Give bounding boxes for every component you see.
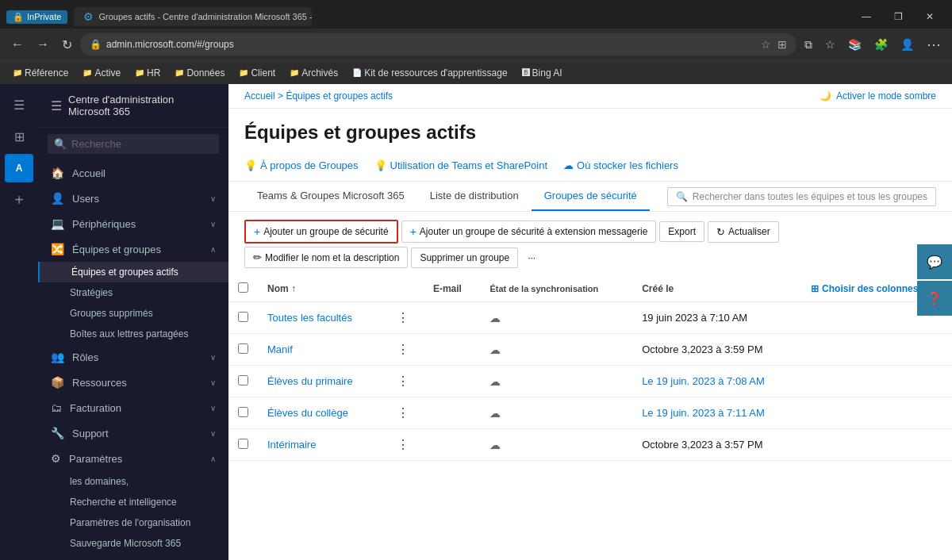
row-2-more-button[interactable]: ⋮ xyxy=(392,340,414,359)
sidebar-subitem-parametres-org[interactable]: Paramètres de l'organisation xyxy=(38,512,228,533)
select-all-checkbox[interactable] xyxy=(238,282,248,293)
col-header-name[interactable]: Nom ↑ xyxy=(258,276,382,302)
row-4-more-button[interactable]: ⋮ xyxy=(392,404,414,422)
tab-security[interactable]: Groupes de sécurité xyxy=(532,182,650,211)
sidebar-subitem-recherche-label: Recherche et intelligence xyxy=(70,497,177,508)
tab-teams-groups[interactable]: Teams & Groupes Microsoft 365 xyxy=(244,182,417,211)
sidebar-subitem-sauvegarde[interactable]: Sauvegarde Microsoft 365 xyxy=(38,533,228,554)
col-header-created[interactable]: Créé le xyxy=(632,276,801,302)
sidebar-item-accueil[interactable]: 🏠 Accueil xyxy=(38,160,228,186)
about-groups-link[interactable]: 💡 À propos de Groupes xyxy=(244,159,359,171)
export-button[interactable]: Export xyxy=(659,221,704,242)
sidebar-subitem-boites[interactable]: Boîtes aux lettres partagées xyxy=(38,324,228,344)
store-files-link[interactable]: ☁ Où stocker les fichiers xyxy=(563,159,678,171)
restore-button[interactable]: ❐ xyxy=(882,6,914,28)
browser-extensions[interactable]: 🧩 xyxy=(869,33,892,56)
nav-search-bar[interactable]: 🔍 Recherche xyxy=(48,134,219,154)
dark-mode-button[interactable]: 🌙 Activer le mode sombre xyxy=(820,90,936,102)
bookmark-active[interactable]: 📁 Active xyxy=(76,66,127,80)
collections-icon[interactable]: ⊞ xyxy=(777,38,787,51)
minimize-button[interactable]: — xyxy=(850,6,882,28)
row-5-checkbox[interactable] xyxy=(238,439,248,449)
sidebar-subitem-recherche[interactable]: Recherche et intelligence xyxy=(38,492,228,512)
bookmark-hr[interactable]: 📁 HR xyxy=(129,66,167,80)
bookmark-bing[interactable]: 🅱 Bing AI xyxy=(516,66,569,80)
float-help-button[interactable]: ❓ xyxy=(917,281,952,316)
refresh-button-toolbar[interactable]: ↻ Actualiser xyxy=(708,221,779,243)
tab-distribution[interactable]: Liste de distribution xyxy=(417,182,532,211)
bookmark-archives[interactable]: 📁 Archivés xyxy=(283,66,344,80)
close-button[interactable]: ✕ xyxy=(914,6,946,28)
bookmark-reference[interactable]: 📁 Référence xyxy=(6,66,75,80)
user-profile-btn[interactable]: 👤 xyxy=(896,33,919,56)
hamburger-icon[interactable]: ☰ xyxy=(51,98,62,113)
bookmark-client-label: Client xyxy=(251,67,275,79)
add-app-icon[interactable]: + xyxy=(5,186,33,214)
sidebar-item-peripheriques[interactable]: 💻 Périphériques ∨ xyxy=(38,211,228,236)
sidebar-subitem-strategies[interactable]: Stratégies xyxy=(38,282,228,303)
sidebar-subitem-groupes-supprimes[interactable]: Groupes supprimés xyxy=(38,303,228,324)
row-checkbox-4 xyxy=(228,397,258,429)
sidebar-item-facturation[interactable]: 🗂 Facturation ∨ xyxy=(38,395,228,420)
row-3-more-button[interactable]: ⋮ xyxy=(392,372,414,390)
sidebar-subitem-equipes-groupes-actifs[interactable]: Équipes et groupes actifs xyxy=(38,262,228,282)
row-5-name[interactable]: Intérimaire xyxy=(258,429,382,461)
favorites-icon[interactable]: ☆ xyxy=(820,33,840,56)
app-title: Centre d'administration Microsoft 365 xyxy=(68,94,216,117)
bulb-icon-2: 💡 xyxy=(374,159,387,171)
sidebar-item-roles[interactable]: 👥 Rôles ∨ xyxy=(38,344,228,370)
sidebar-item-parametres[interactable]: ⚙ Paramètres ∧ xyxy=(38,446,228,471)
nav-search-icon: 🔍 xyxy=(54,138,67,150)
chevron-up-icon: ∧ xyxy=(210,455,216,463)
sidebar-item-support[interactable]: 🔧 Support ∨ xyxy=(38,420,228,446)
teams-sharepoint-link[interactable]: 💡 Utilisation de Teams et SharePoint xyxy=(374,159,547,171)
users-icon: 👤 xyxy=(51,192,64,205)
split-screen-icon[interactable]: ⧉ xyxy=(800,33,817,56)
row-2-checkbox[interactable] xyxy=(238,343,248,354)
apps-icon[interactable]: ⊞ xyxy=(5,122,33,151)
sidebar-item-ressources[interactable]: 📦 Ressources ∨ xyxy=(38,370,228,395)
back-button[interactable]: ← xyxy=(6,34,29,55)
add-mail-enabled-button[interactable]: + Ajouter un groupe de sécurité à extens… xyxy=(401,221,657,243)
row-4-name[interactable]: Élèves du collège xyxy=(258,397,382,429)
forward-button[interactable]: → xyxy=(32,34,54,55)
float-chat-button[interactable]: 💬 xyxy=(917,244,952,279)
breadcrumb-home[interactable]: Accueil xyxy=(244,90,275,102)
sidebar-subitem-domaines[interactable]: les domaines, xyxy=(38,471,228,492)
active-tab[interactable]: ⚙ Groupes actifs - Centre d'administrati… xyxy=(74,7,312,26)
expand-nav-icon[interactable]: ☰ xyxy=(5,90,33,119)
breadcrumb[interactable]: Accueil > Équipes et groupes actifs xyxy=(244,90,393,102)
more-actions-label: ··· xyxy=(528,252,536,263)
row-2-name[interactable]: Manif xyxy=(258,334,382,366)
bookmark-client[interactable]: 📁 Client xyxy=(232,66,282,80)
nav-search-container: 🔍 Recherche xyxy=(38,128,228,160)
row-3-name[interactable]: Élèves du primaire xyxy=(258,366,382,397)
row-5-more-button[interactable]: ⋮ xyxy=(392,435,414,454)
refresh-button[interactable]: ↻ xyxy=(57,34,77,56)
collections-btn[interactable]: 📚 xyxy=(843,33,866,56)
sidebar-item-peripheriques-label: Périphériques xyxy=(72,218,202,230)
add-security-group-button[interactable]: + Ajouter un groupe de sécurité xyxy=(244,220,398,244)
toolbar: + Ajouter un groupe de sécurité + Ajoute… xyxy=(228,212,952,276)
table-row: Élèves du primaire ⋮ ☁ Le 19 juin. 2023 … xyxy=(228,366,952,397)
row-1-checkbox[interactable] xyxy=(238,312,248,322)
bookmark-donnees[interactable]: 📁 Données xyxy=(168,66,231,80)
star-icon[interactable]: ☆ xyxy=(761,38,771,51)
sidebar-item-users[interactable]: 👤 Users ∨ xyxy=(38,186,228,211)
admin-app-icon[interactable]: A xyxy=(5,154,33,182)
edit-name-button[interactable]: ✏ Modifier le nom et la description xyxy=(244,247,408,268)
chevron-down-icon: ∨ xyxy=(210,220,216,228)
sidebar-item-equipes[interactable]: 🔀 Équipes et groupes ∧ xyxy=(38,236,228,262)
bookmark-reference-label: Référence xyxy=(25,67,68,79)
more-actions-button[interactable]: ··· xyxy=(521,248,542,267)
bookmark-kit[interactable]: 📄 Kit de ressources d'apprentissage xyxy=(346,66,513,80)
row-1-name[interactable]: Toutes les facultés xyxy=(258,302,382,334)
tab-search-bar[interactable]: 🔍 Rechercher dans toutes les équipes et … xyxy=(667,187,936,206)
row-1-more-button[interactable]: ⋮ xyxy=(392,309,414,327)
chevron-down-icon: ∨ xyxy=(210,429,216,438)
delete-group-button[interactable]: Supprimer un groupe xyxy=(411,247,518,268)
address-bar[interactable]: 🔒 admin.microsoft.com/#/groups ☆ ⊞ xyxy=(80,33,797,56)
row-3-checkbox[interactable] xyxy=(238,375,248,385)
settings-more-btn[interactable]: ⋯ xyxy=(922,33,946,56)
row-4-checkbox[interactable] xyxy=(238,407,248,417)
